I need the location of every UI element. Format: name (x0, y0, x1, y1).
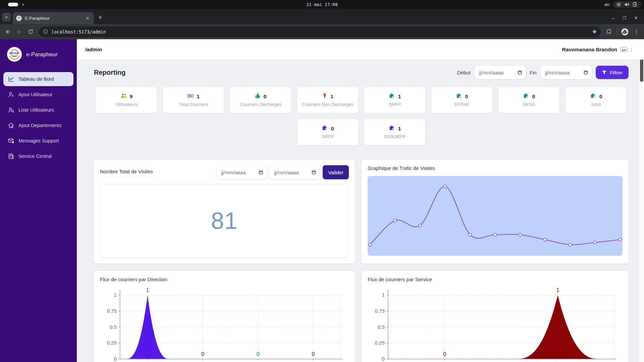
window-close-button[interactable]: ✕ (634, 15, 638, 20)
calendar-icon[interactable] (518, 70, 522, 75)
stat-label: Utilisateurs (115, 102, 138, 107)
tab-search-button[interactable] (2, 13, 11, 21)
stat-label: DRFP (389, 102, 401, 107)
funnel-icon (602, 70, 607, 75)
debut-label: Début (457, 70, 471, 75)
filter-button[interactable]: Filtrer (596, 66, 629, 79)
stat-value: 0 (599, 94, 602, 100)
keyboard-layout-label[interactable]: en (605, 2, 609, 7)
workspace-dot[interactable] (22, 4, 24, 6)
stat-value: 1 (398, 94, 401, 100)
page-scrollbar[interactable] (639, 39, 644, 362)
validate-button[interactable]: Valider (323, 165, 349, 179)
sidebar-item-tableau-de-bord[interactable]: Tableau de Bord (3, 72, 73, 86)
stat-card-serdrfp[interactable]: 1SERDRFP (364, 119, 426, 145)
user-menu[interactable]: Ravomanana Brandon | (562, 46, 632, 53)
traffic-point (469, 233, 472, 236)
traffic-point (544, 238, 547, 241)
stat-card-drfp[interactable]: 1DRFP (364, 86, 426, 113)
stat-card-drfp[interactable]: 0DRFP (297, 119, 359, 145)
stat-card-dfpae[interactable]: 0DFPAE (431, 86, 493, 113)
stat-label: Courriers Dechargés (240, 102, 282, 107)
profile-avatar[interactable] (620, 27, 630, 37)
sidebar-item-ajout-utilisateur[interactable]: Ajout Utilisateur (3, 87, 73, 102)
house-drop-icon (590, 93, 596, 99)
sidebar: INTefoP e-Parapheur Tableau de BordAjout… (0, 39, 77, 362)
svg-text:ITF: ITF (18, 17, 20, 19)
y-tick-label: 0.75 (107, 308, 117, 314)
stat-icon (389, 125, 395, 132)
thumbs-up-icon (255, 93, 261, 99)
user-search-icon (8, 107, 14, 113)
stat-cards: 9Utilisateurs1Total Courriers0Courriers … (94, 86, 629, 145)
visits-end-date-field[interactable] (270, 165, 319, 179)
calendar-icon[interactable] (312, 170, 316, 175)
pushpin-icon (322, 93, 327, 99)
sidebar-item-service-central[interactable]: Service Central (3, 149, 73, 163)
flux-service-title: Flux de courriers par Service (368, 277, 432, 282)
dashboard-content: Reporting Début Fin Filtrer (77, 60, 644, 362)
sidebar-item-label: Ajout Utilisateur (18, 92, 53, 97)
y-tick-label: 0.25 (107, 340, 117, 346)
browser-menu-button[interactable] (631, 27, 641, 37)
forward-button[interactable] (14, 27, 24, 37)
chart-line-icon (8, 76, 14, 82)
stat-card-sdsd[interactable]: 0sdsd (565, 86, 627, 113)
page-title: Reporting (94, 69, 125, 76)
traffic-point (419, 224, 422, 227)
back-button[interactable] (3, 27, 13, 37)
breadcrumb: /admin (85, 47, 102, 53)
debut-date-field[interactable] (475, 66, 526, 79)
house-drop-icon (523, 93, 529, 99)
browser-tab-eparapheur[interactable]: ITF E-Parapheur ✕ (13, 12, 94, 24)
traffic-point (569, 243, 572, 246)
calendar-icon[interactable] (584, 70, 588, 75)
stat-card-total-courriers[interactable]: 1Total Courriers (163, 86, 224, 113)
visits-title: Nombre Total de Visites (100, 165, 213, 174)
fin-date-input[interactable] (545, 70, 581, 75)
value-label: 1 (146, 287, 149, 293)
visits-start-date-input[interactable] (221, 170, 256, 175)
site-info-icon[interactable] (43, 29, 48, 34)
debut-date-input[interactable] (479, 70, 515, 75)
visits-total-box: 81 (100, 184, 349, 258)
reload-icon (28, 29, 34, 35)
workspace-indicator[interactable] (8, 3, 18, 6)
fin-date-field[interactable] (541, 66, 592, 79)
visits-end-date-input[interactable] (274, 170, 309, 175)
stat-card-courriers-non-dechargés[interactable]: 1Courriers Non Dechargés (297, 86, 359, 113)
traffic-point (494, 233, 497, 236)
toolbar-divider (617, 29, 617, 35)
y-tick-label: 0.5 (378, 324, 385, 330)
stat-card-utilisateurs[interactable]: 9Utilisateurs (96, 86, 157, 113)
extensions-button[interactable] (604, 27, 614, 37)
traffic-title: Graphique de Trafic de Visites (368, 165, 435, 171)
visits-start-date-field[interactable] (217, 165, 266, 179)
url-text[interactable]: localhost:5173/admin (51, 29, 588, 35)
system-tray[interactable] (613, 1, 641, 8)
window-restore-button[interactable]: ❐ (623, 16, 626, 20)
reload-button[interactable] (25, 27, 36, 37)
window-minimize-button[interactable]: – (612, 15, 614, 21)
system-clock: 21 mai 17:08 (306, 2, 338, 7)
tab-close-icon[interactable]: ✕ (85, 15, 91, 21)
sidebar-item-ajout-departements[interactable]: Ajout Departements (3, 118, 73, 132)
sidebar-item-liste-utilisateurs[interactable]: Liste Utilisateurs (3, 103, 73, 117)
extensions-puzzle-icon (606, 29, 612, 35)
broken-avatar-icon (620, 46, 628, 53)
value-label: 0 (443, 352, 446, 357)
avatar-image (621, 28, 629, 36)
stat-card-dirsg[interactable]: 0DirSG (498, 86, 560, 113)
house-add-icon (8, 122, 14, 129)
sidebar-item-messages-support[interactable]: Messages Support (3, 134, 73, 148)
stat-icon (322, 125, 328, 132)
sidebar-item-label: Liste Utilisateurs (18, 107, 54, 113)
traffic-card: Graphique de Trafic de Visites (362, 160, 629, 263)
flux-direction-title: Flux de courriers par Direction (100, 277, 167, 282)
browser-tab-strip: ITF E-Parapheur ✕ + – ❐ ✕ (0, 9, 644, 24)
stat-card-courriers-dechargés[interactable]: 0Courriers Dechargés (230, 86, 291, 113)
calendar-icon[interactable] (259, 170, 263, 175)
bookmark-star-icon[interactable] (592, 29, 597, 35)
address-bar[interactable]: localhost:5173/admin (39, 26, 601, 37)
new-tab-button[interactable]: + (95, 12, 105, 22)
